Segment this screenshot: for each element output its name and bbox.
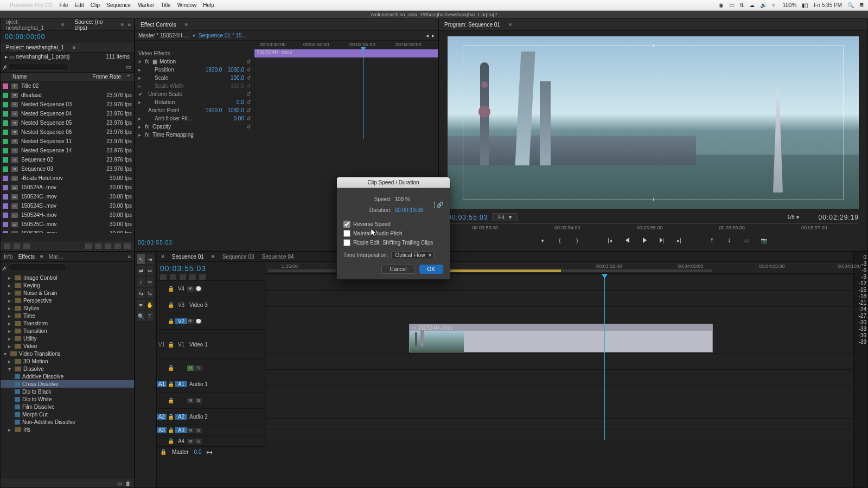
ec-scale-v[interactable]: 100.0 [231,75,244,81]
mute-icon[interactable]: M [187,428,194,433]
settings-icon[interactable] [189,274,196,280]
lock-icon[interactable]: 🔒 [167,438,175,444]
track-target[interactable]: V2 [175,318,187,324]
reset-icon[interactable]: ↺ [246,99,251,105]
effect-preset[interactable]: Additive Dissolve [1,373,134,380]
project-item[interactable]: ≡Nested Sequence 1423.976 fps [1,146,134,155]
project-tab[interactable]: oject: newshanghai_1 [4,19,55,31]
lock-icon[interactable]: 🔒 [167,286,175,292]
freeform-icon[interactable] [23,243,30,249]
auto-seq-icon[interactable] [85,243,92,249]
effects-category[interactable]: ▸Keying [1,281,134,289]
ec-time-remapping[interactable]: Time Remapping [152,132,251,138]
menu-title[interactable]: Title [161,2,171,8]
track-target[interactable]: A2 [175,414,187,420]
project-item[interactable]: ▭150524H-.mov30.00 fps [1,210,134,220]
effect-preset[interactable]: Non-Additive Dissolve [1,418,134,426]
effects-category[interactable]: ▸Iris [1,426,134,433]
menu-marker[interactable]: Marker [137,2,154,8]
effect-preset[interactable]: Film Dissolve [1,403,134,410]
effects-search-input[interactable] [8,264,67,271]
mute-icon[interactable]: M [187,439,194,444]
lock-icon[interactable]: 🔒 [160,449,167,455]
reset-icon[interactable]: ↺ [246,124,251,130]
camera-icon[interactable]: 📷 [759,236,769,244]
ec-playhead[interactable] [363,49,363,139]
ec-opacity[interactable]: Opacity [152,124,244,130]
ec-anchor-x[interactable]: 1920.0 [206,107,222,113]
menu-file[interactable]: File [59,2,68,8]
source-patch[interactable]: V1 [157,342,167,348]
cloud-icon[interactable]: ☁ [749,2,755,8]
go-to-in-icon[interactable]: |◂ [605,236,615,244]
master-volume[interactable]: 0.0 [194,449,202,455]
slide-tool-icon[interactable]: ⇋ [146,288,154,298]
track-target[interactable]: V4 [175,286,187,292]
effects-category[interactable]: ▾Video Transitions [1,350,134,357]
effects-category[interactable]: ▸3D Motion [1,357,134,365]
program-timecode[interactable]: 00:03:55:03 [448,214,488,221]
effects-category[interactable]: ▾Dissolve [1,365,134,373]
twirl-icon[interactable]: ▾ [138,59,143,65]
project-header[interactable]: Project: newshanghai_1 [4,44,66,50]
project-item[interactable]: ▭-Boats Hotel.mov30.00 fps [1,174,134,183]
mark-in-icon[interactable]: { [555,236,565,244]
status-icon[interactable]: ▭ [729,2,734,8]
twirl-icon[interactable]: ▸ [138,75,143,81]
tab-effects[interactable]: Effects [18,254,35,260]
ec-clip-bar[interactable]: 150524H-.mov [254,49,438,57]
timeline-clip[interactable]: ▭150524H-.mov [409,324,713,352]
effects-tree[interactable]: ▸Image Control▸Keying▸Noise & Grain▸Pers… [1,273,134,434]
list-view-icon[interactable] [4,243,10,249]
mark-out-icon[interactable]: } [572,236,582,244]
panel-menu-icon[interactable]: ≡ [184,22,187,28]
ok-button[interactable]: OK [419,265,443,274]
clock[interactable]: Fri 5:35 PM [814,2,842,8]
effects-category[interactable]: ▸Image Control [1,274,134,281]
project-item[interactable]: ▭150524E-.mov30.00 fps [1,201,134,210]
project-search-input[interactable] [9,63,68,70]
app-name[interactable]: Premiere Pro CC [10,2,53,8]
ec-position-x[interactable]: 1920.0 [206,67,222,73]
ec-rotation-v[interactable]: 0.0 [237,99,244,105]
panel-overflow-icon[interactable]: » [127,254,131,260]
effects-category[interactable]: ▸Perspective [1,297,134,304]
lock-icon[interactable]: 🔒 [167,302,175,308]
twirl-icon[interactable]: ▸ [138,115,143,121]
rate-stretch-tool-icon[interactable]: ↕ [137,277,145,287]
twirl-icon[interactable]: ▸ [138,67,143,73]
new-bin-icon[interactable] [105,243,111,249]
track-target[interactable]: A4 [175,438,187,444]
reset-icon[interactable]: ↺ [246,67,251,73]
rolling-edit-tool-icon[interactable]: ⇔ [146,266,154,275]
solo-icon[interactable]: S [195,365,202,371]
track-target[interactable]: V1 [175,342,187,348]
trash-icon[interactable]: 🗑 [125,480,131,486]
solo-icon[interactable]: S [195,398,202,403]
menu-sequence[interactable]: Sequence [106,2,131,8]
program-video-viewport[interactable] [448,36,859,209]
maintain-pitch-checkbox[interactable]: Maintain Audio Pitch [343,229,443,238]
timeline-tab[interactable]: Sequence 04 [262,254,294,260]
timeline-tab[interactable]: Sequence 01 [172,254,204,260]
col-name[interactable]: Name [12,74,82,80]
lock-icon[interactable]: 🔒 [167,381,175,387]
ec-nav-next-icon[interactable]: ▸ [432,33,435,38]
export-frame-icon[interactable]: ▭ [742,236,751,244]
ec-motion[interactable]: Motion [159,59,244,65]
program-tab[interactable]: Program: Sequence 01 [442,22,502,28]
source-patch[interactable]: A2 [157,414,167,420]
hand-tool-icon[interactable]: ✋ [146,300,154,310]
track-target[interactable]: A1 [175,381,187,387]
fx-badge-icon[interactable]: fx [145,59,150,65]
timeline-tab[interactable]: Sequence 03 [222,254,254,260]
tab-markers[interactable]: Mar… [49,254,63,260]
menu-clip[interactable]: Clip [91,2,100,8]
motion-controls-icon[interactable]: ▦ [152,59,157,65]
tab-info[interactable]: Info [4,254,13,260]
mute-icon[interactable]: M [187,398,194,403]
toggle-output-icon[interactable]: 👁 [187,319,194,324]
project-item[interactable]: TTitle 02 [1,81,134,91]
project-item[interactable]: ▭150525D-.mov30.00 fps [1,229,134,233]
source-patch[interactable]: A1 [157,381,167,387]
